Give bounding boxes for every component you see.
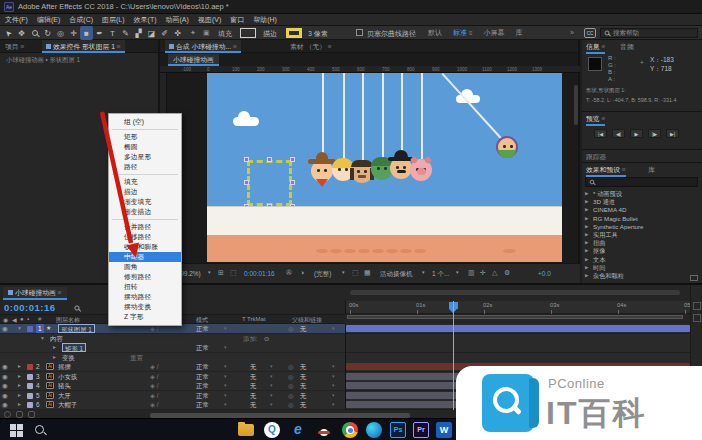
selection-handle[interactable] [290, 157, 295, 162]
blend-mode-select[interactable]: 正常 [196, 391, 209, 400]
effects-category[interactable]: ▶时间 [582, 264, 702, 272]
effects-category[interactable]: ▶3D 通道 [582, 198, 702, 206]
ruler-toggle-icon[interactable]: ⊞ [218, 269, 224, 277]
rotation-tool[interactable]: ↻ [41, 26, 54, 40]
tab-project[interactable]: 项目 ≡ [5, 40, 24, 53]
layer-name[interactable]: 形状图层 1 [58, 324, 95, 333]
chevron-right-icon[interactable]: ▶ [585, 223, 588, 231]
context-menu-item[interactable]: 中继器 [109, 252, 181, 262]
workspace-overflow-button[interactable]: » [570, 29, 574, 36]
selection-handle[interactable] [290, 180, 295, 185]
puppet-pin-tool[interactable]: ✜ [171, 26, 184, 40]
label-color-swatch[interactable] [27, 393, 33, 399]
blend-mode-select[interactable]: 正常 [196, 381, 209, 390]
dropdown-arrow[interactable]: ▾ [332, 391, 335, 400]
bezier-path-checkbox[interactable] [356, 29, 363, 36]
chevron-right-icon[interactable]: ▶ [585, 264, 588, 272]
timeline-button-icon[interactable]: △ [492, 269, 497, 277]
effects-category[interactable]: ▶文本 [582, 256, 702, 264]
effects-category[interactable]: ▶实用工具 [582, 231, 702, 239]
trkmat-header[interactable]: T TrkMat [242, 316, 266, 322]
transport-button-0[interactable]: |◀ [594, 129, 607, 138]
expand-arrow[interactable]: ► [17, 362, 22, 371]
expand-arrow[interactable]: ▼ [17, 324, 22, 333]
clone-stamp-tool[interactable]: ▞ [132, 26, 145, 40]
comp-marker-icon[interactable] [693, 302, 701, 310]
context-menu-item[interactable]: 路径 [109, 162, 181, 172]
context-menu-item[interactable]: 合并路径 [109, 222, 181, 232]
eye-icon[interactable]: ◉ [2, 400, 8, 409]
eye-icon[interactable]: ◉ [2, 372, 8, 381]
tab-audio[interactable]: 音频 [620, 42, 634, 52]
layer-duration-bar[interactable] [346, 325, 690, 332]
shy-toggle-icon[interactable] [4, 411, 11, 418]
dropdown-arrow[interactable]: ▾ [224, 324, 227, 333]
stroke-color-swatch[interactable] [286, 28, 302, 38]
taskbar-chrome-icon[interactable] [342, 422, 358, 438]
selection-handle[interactable] [267, 157, 272, 162]
expand-arrow[interactable]: ▼ [40, 334, 45, 343]
parent-select[interactable]: 无 [300, 324, 306, 333]
layer-name[interactable]: 摇摆 [58, 362, 71, 371]
snapshot-icon[interactable]: ✇ [286, 269, 292, 277]
type-tool[interactable]: T [106, 26, 119, 40]
playhead-line[interactable] [453, 301, 454, 410]
work-area-bar[interactable] [347, 315, 683, 319]
viewer-scrollbar[interactable] [574, 85, 578, 125]
expand-arrow[interactable]: ► [17, 391, 22, 400]
eye-icon[interactable]: ◉ [2, 362, 8, 371]
workspace-4[interactable]: 库 [516, 28, 523, 38]
trkmat-select[interactable]: 无 [250, 372, 256, 381]
camera-tool[interactable]: ◎ [54, 26, 67, 40]
frame-blend-toggle-icon[interactable] [16, 411, 23, 418]
chevron-right-icon[interactable]: ▶ [585, 215, 588, 223]
transport-button-3[interactable]: |▶ [648, 129, 661, 138]
context-menu-item[interactable]: 组 (空) [109, 117, 181, 127]
timeline-zoom-scrollbar[interactable] [350, 290, 680, 295]
tab-effect-controls[interactable]: 效果控件 形状图层 1 ≡ [42, 40, 125, 53]
tab-preview[interactable]: 预览 ≡ [586, 114, 605, 126]
blend-mode-select[interactable]: 正常 [196, 372, 209, 381]
context-menu-item[interactable]: 矩形 [109, 132, 181, 142]
dropdown-ar[interactable]: ▾ [342, 269, 345, 275]
context-menu-item[interactable]: 摆动变换 [109, 302, 181, 312]
eye-icon[interactable]: ◉ [2, 324, 8, 333]
brush-tool[interactable]: ✎ [119, 26, 132, 40]
context-menu-item[interactable]: 多边星形 [109, 152, 181, 162]
selection-handle[interactable] [244, 180, 249, 185]
dropdown-ar[interactable]: ▾ [208, 269, 211, 275]
tab-info[interactable]: 信息 ≡ [586, 42, 605, 54]
chevron-right-icon[interactable]: ▶ [585, 272, 588, 280]
chevron-right-icon[interactable]: ▶ [585, 190, 588, 198]
property-group-name[interactable]: 矩形 1 [62, 343, 86, 352]
fast-previews-icon[interactable]: ✛ [480, 269, 486, 277]
shape-tool[interactable]: ■ [80, 26, 93, 40]
menu-item-5[interactable]: 动画(A) [166, 15, 189, 25]
context-menu-item[interactable]: 圆角 [109, 262, 181, 272]
context-menu-item[interactable]: 修剪路径 [109, 272, 181, 282]
exposure-value[interactable]: +0.0 [538, 270, 551, 277]
selection-tool[interactable]: ➤ [2, 26, 15, 40]
mask-toggle-icon[interactable]: ⬚ [230, 269, 237, 277]
chevron-right-icon[interactable]: ▶ [585, 198, 588, 206]
menu-item-0[interactable]: 文件(F) [5, 15, 28, 25]
taskbar-ie-icon[interactable]: e [290, 422, 306, 438]
label-color-swatch[interactable] [27, 326, 33, 332]
timeline-search-icon[interactable] [74, 305, 79, 310]
context-menu-item[interactable]: 描边 [109, 187, 181, 197]
context-menu-item[interactable]: 渐变填充 [109, 197, 181, 207]
channels-icon[interactable]: ◑ [300, 269, 304, 276]
parent-pickwhip-icon[interactable]: ◎ [288, 400, 294, 409]
parent-select[interactable]: 无 [300, 400, 306, 409]
time-ruler[interactable]: 00s01s02s03s04s05s [345, 301, 690, 314]
taskbar-start-icon[interactable] [8, 422, 24, 438]
selection-handle[interactable] [244, 157, 249, 162]
trkmat-select[interactable]: 无 [250, 362, 256, 371]
dropdown-arrow[interactable]: ▾ [270, 372, 273, 381]
effects-category[interactable]: ▶CINEMA 4D [582, 206, 702, 214]
expand-arrow[interactable]: ► [17, 381, 22, 390]
workspace-1[interactable]: 默认 [428, 28, 442, 38]
motion-blur-toggle-icon[interactable] [28, 411, 35, 418]
dropdown-arrow[interactable]: ▾ [224, 391, 227, 400]
taskbar-edge-icon[interactable] [366, 422, 382, 438]
